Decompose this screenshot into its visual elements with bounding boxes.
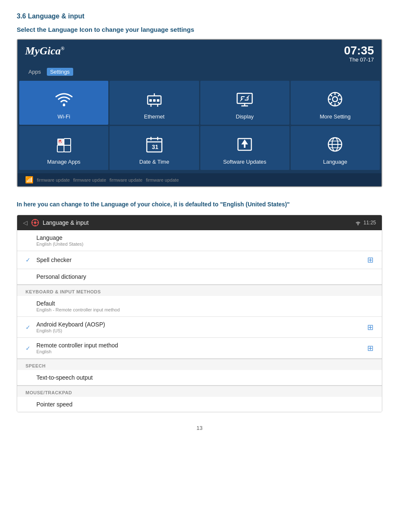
- tv-logo: MyGica®: [25, 45, 64, 57]
- tv-bottom-bar: 📶 firmware update firmware update firmwa…: [18, 173, 381, 186]
- lang-row-spell-check: ✓: [26, 257, 32, 263]
- wifi-small-icon: [355, 220, 361, 226]
- lang-panel-body: Language English (United States) ✓ Spell…: [17, 230, 382, 412]
- bottom-text-4: firmware update: [146, 177, 179, 182]
- settings-language[interactable]: Language: [291, 126, 380, 170]
- tv-header: MyGica® 07:35 The 07-17: [18, 40, 381, 66]
- lang-settings-icon: [31, 218, 39, 227]
- lang-row-personal-dict[interactable]: Personal dictionary: [17, 269, 382, 285]
- bottom-wifi-icon: 📶: [25, 176, 33, 184]
- bottom-text-1: firmware update: [37, 177, 70, 182]
- lang-row-language-title: Language: [36, 234, 84, 241]
- lang-row-pointer-speed-left: Pointer speed: [26, 401, 72, 408]
- sub-heading: Select the Language Icon to change your …: [17, 26, 382, 33]
- language-label: Language: [323, 159, 347, 165]
- spell-settings-btn[interactable]: ⊞: [367, 255, 373, 265]
- settings-ethernet[interactable]: Ethernet: [110, 81, 199, 125]
- tv-nav: Apps Settings: [18, 66, 381, 79]
- date-time-label: Date & Time: [139, 159, 169, 165]
- lang-row-personal-dict-title: Personal dictionary: [36, 273, 86, 280]
- bottom-text-2: firmware update: [73, 177, 106, 182]
- lang-row-spell[interactable]: ✓ Spell checker ⊞: [17, 251, 382, 269]
- lang-row-pointer-speed-title: Pointer speed: [36, 401, 72, 408]
- back-icon[interactable]: ◁: [23, 219, 28, 226]
- display-label: Display: [236, 113, 254, 120]
- software-updates-icon: [234, 134, 256, 155]
- lang-panel: ◁ Language & input 11:25: [17, 215, 382, 412]
- android-keyboard-settings-btn[interactable]: ⊞: [367, 323, 373, 332]
- svg-point-0: [63, 104, 65, 106]
- svg-line-26: [330, 102, 332, 104]
- header-left: ◁ Language & input: [23, 218, 89, 227]
- more-setting-icon: [324, 88, 346, 110]
- lang-row-android-keyboard-check: ✓: [26, 324, 32, 331]
- svg-marker-38: [241, 139, 248, 148]
- tv-date: The 07-17: [344, 57, 374, 63]
- svg-rect-29: [57, 145, 64, 152]
- nav-settings[interactable]: Settings: [47, 68, 73, 76]
- description-text: In here you can change to the Language o…: [17, 200, 382, 209]
- svg-rect-2: [149, 99, 152, 102]
- tv-ui-box: MyGica® 07:35 The 07-17 Apps Settings Wi: [17, 39, 382, 187]
- lang-row-default-title: Default: [36, 300, 120, 307]
- lang-row-android-keyboard-left: ✓ Android Keyboard (AOSP) English (US): [26, 321, 105, 333]
- settings-date-time[interactable]: 31 Date & Time: [110, 126, 199, 170]
- ethernet-label: Ethernet: [144, 113, 164, 120]
- lang-row-default[interactable]: Default English - Remote controller inpu…: [17, 296, 382, 317]
- lang-row-spell-left: ✓ Spell checker: [26, 257, 72, 263]
- mouse-section-label: MOUSE/TRACKPAD: [17, 386, 382, 397]
- wifi-icon: [53, 88, 75, 110]
- settings-wifi[interactable]: Wi-Fi: [19, 81, 108, 125]
- language-icon: [324, 134, 346, 155]
- svg-line-23: [330, 95, 332, 96]
- lang-row-pointer-speed[interactable]: Pointer speed: [17, 397, 382, 412]
- settings-more[interactable]: More Setting: [291, 81, 380, 125]
- svg-rect-30: [64, 145, 71, 152]
- svg-point-18: [332, 97, 338, 102]
- panel-title: Language & input: [43, 219, 89, 226]
- svg-line-24: [338, 102, 340, 104]
- nav-apps[interactable]: Apps: [25, 68, 44, 76]
- lang-row-remote-controller-sub: English: [36, 349, 118, 354]
- lang-row-android-keyboard-title: Android Keyboard (AOSP): [36, 321, 105, 328]
- lang-row-android-keyboard[interactable]: ✓ Android Keyboard (AOSP) English (US) ⊞: [17, 317, 382, 338]
- lang-row-default-sub: English - Remote controller input method: [36, 307, 120, 312]
- lang-row-language-sub: English (United States): [36, 242, 84, 247]
- settings-display[interactable]: Display: [200, 81, 289, 125]
- manage-apps-icon: [53, 134, 75, 155]
- section-heading: 3.6 Language & input: [17, 13, 382, 20]
- lang-panel-header: ◁ Language & input 11:25: [17, 215, 382, 230]
- speech-section-label: SPEECH: [17, 359, 382, 370]
- lang-row-spell-title: Spell checker: [36, 257, 72, 263]
- ethernet-icon: [143, 88, 165, 110]
- settings-software-updates[interactable]: Software Updates: [200, 126, 289, 170]
- wifi-label: Wi-Fi: [57, 113, 70, 120]
- lang-row-default-left: Default English - Remote controller inpu…: [26, 300, 120, 312]
- more-setting-label: More Setting: [320, 113, 351, 120]
- lang-row-tts[interactable]: Text-to-speech output: [17, 370, 382, 386]
- panel-time: 11:25: [355, 220, 376, 226]
- settings-grid: Wi-Fi Ethernet: [18, 79, 381, 173]
- svg-point-50: [357, 224, 358, 225]
- lang-row-tts-left: Text-to-speech output: [26, 374, 93, 381]
- page-number: 13: [17, 425, 382, 431]
- tv-clock: 07:35: [344, 45, 374, 57]
- display-icon: [234, 88, 256, 110]
- svg-rect-3: [153, 99, 156, 102]
- svg-point-45: [34, 221, 36, 224]
- lang-row-remote-controller[interactable]: ✓ Remote controller input method English…: [17, 338, 382, 359]
- keyboard-section-label: KEYBOARD & INPUT METHODS: [17, 285, 382, 296]
- bottom-text-3: firmware update: [110, 177, 143, 182]
- svg-rect-28: [64, 139, 71, 145]
- lang-row-personal-dict-left: Personal dictionary: [26, 273, 86, 280]
- date-time-icon: 31: [143, 134, 165, 155]
- svg-line-25: [338, 95, 340, 96]
- tv-time: 07:35 The 07-17: [344, 45, 374, 63]
- remote-controller-settings-btn[interactable]: ⊞: [367, 344, 373, 353]
- lang-row-language-left: Language English (United States): [26, 234, 84, 247]
- lang-row-android-keyboard-sub: English (US): [36, 328, 105, 333]
- lang-row-language[interactable]: Language English (United States): [17, 230, 382, 251]
- lang-row-remote-controller-left: ✓ Remote controller input method English: [26, 342, 118, 354]
- lang-row-remote-controller-title: Remote controller input method: [36, 342, 118, 349]
- settings-manage-apps[interactable]: Manage Apps: [19, 126, 108, 170]
